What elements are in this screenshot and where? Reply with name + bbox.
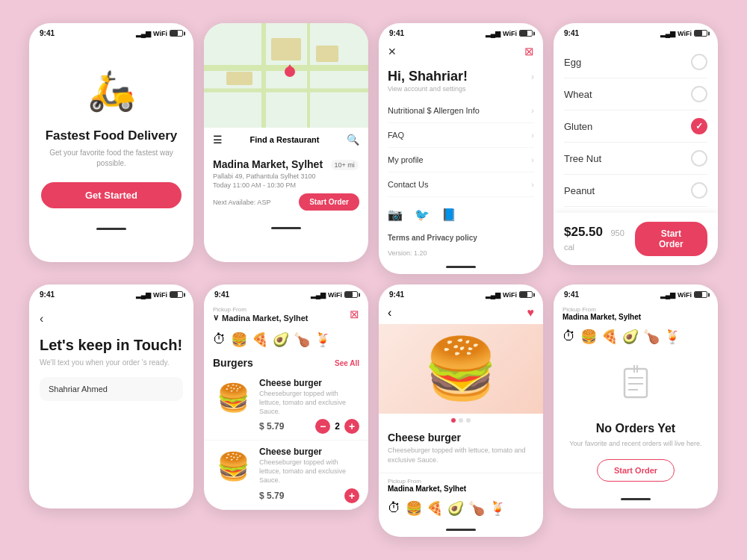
category-bar-detail: ⏱ 🍔 🍕 🥑 🍗 🍹 bbox=[379, 496, 543, 521]
allergen-label-peanut: Peanut bbox=[564, 185, 595, 196]
pickup-location: ∨ Madina Market, Sylhet bbox=[213, 313, 309, 323]
close-button[interactable]: ✕ bbox=[388, 46, 397, 57]
cat-icon-burger[interactable]: 🍔 bbox=[231, 332, 247, 348]
back-arrow-touch[interactable]: ‹ bbox=[40, 312, 183, 326]
search-icon[interactable]: 🔍 bbox=[347, 134, 359, 146]
restaurant-footer: Next Availabe: ASP Start Order bbox=[213, 193, 359, 211]
touch-title: Let's keep in Touch! bbox=[40, 336, 183, 354]
det-cat-chicken[interactable]: 🍗 bbox=[468, 500, 485, 517]
price-bar: $25.50 950 cal Start Order bbox=[554, 213, 718, 265]
det-cat-time[interactable]: ⏱ bbox=[388, 500, 401, 517]
map-area bbox=[204, 23, 368, 128]
map-header: ☰ Find a Restaurant 🔍 bbox=[204, 128, 368, 152]
phone-map: ☰ Find a Restaurant 🔍 Madina Market, Syl… bbox=[204, 23, 368, 262]
det-cat-avocado[interactable]: 🥑 bbox=[447, 500, 464, 517]
account-header: ✕ ⊠ bbox=[379, 40, 543, 63]
hamburger-icon[interactable]: ☰ bbox=[213, 134, 223, 146]
menu-item-faq[interactable]: FAQ › bbox=[388, 123, 534, 148]
det-cat-burger[interactable]: 🍔 bbox=[406, 500, 422, 517]
signal-icon: ▂▄▆ bbox=[136, 30, 151, 37]
det-cat-pizza[interactable]: 🍕 bbox=[427, 500, 443, 517]
welcome-title: Fastest Food Delivery bbox=[46, 128, 178, 143]
phone-food: 9:41 ▂▄▆ WiFi Pickup From ∨ Madina Marke… bbox=[204, 284, 368, 509]
status-bar-welcome: 9:41 ▂▄▆ WiFi bbox=[29, 23, 193, 40]
allergen-radio-wheat[interactable] bbox=[691, 86, 707, 102]
nord-cat-chicken[interactable]: 🍗 bbox=[643, 329, 660, 345]
battery-icon-acc bbox=[519, 30, 533, 37]
terms-link[interactable]: Terms and Privacy policy bbox=[379, 228, 543, 248]
greeting-text: Hi, Shahriar! bbox=[388, 69, 468, 84]
allergen-radio-egg[interactable] bbox=[691, 54, 707, 70]
start-order-button-allergen[interactable]: Start Order bbox=[635, 222, 707, 256]
cat-icon-pizza[interactable]: 🍕 bbox=[252, 332, 268, 348]
detail-info: Cheese burger Cheeseburger topped with l… bbox=[379, 427, 543, 469]
allergen-item-wheat: Wheat bbox=[564, 78, 707, 111]
status-bar-account: 9:41 ▂▄▆ WiFi bbox=[379, 23, 543, 40]
status-bar-detail: 9:41 ▂▄▆ WiFi bbox=[379, 284, 543, 302]
status-bar-allergen: 9:41 ▂▄▆ WiFi bbox=[554, 23, 718, 40]
menu-item-profile[interactable]: My profile › bbox=[388, 148, 534, 172]
qty-plus-2[interactable]: + bbox=[344, 488, 359, 503]
nord-cat-avocado[interactable]: 🥑 bbox=[622, 329, 639, 345]
qty-plus-1[interactable]: + bbox=[344, 419, 359, 434]
time-account: 9:41 bbox=[389, 29, 404, 37]
name-input[interactable] bbox=[40, 377, 183, 401]
food-img-1: 🍔 bbox=[213, 378, 253, 418]
heart-btn-detail[interactable]: ♥ bbox=[527, 306, 535, 320]
nord-cat-time[interactable]: ⏱ bbox=[562, 329, 576, 345]
instagram-icon[interactable]: 📷 bbox=[388, 208, 403, 222]
menu-item-nutritional[interactable]: Nutritional $ Allergen Info › bbox=[388, 99, 534, 123]
menu-item-label-contact: Contact Us bbox=[388, 180, 428, 189]
svg-rect-6 bbox=[226, 72, 252, 85]
allergen-radio-gluten[interactable] bbox=[691, 118, 707, 134]
category-bar-noorder: ⏱ 🍔 🍕 🥑 🍗 🍹 bbox=[554, 324, 718, 349]
filter-icon[interactable]: ⊠ bbox=[524, 45, 534, 58]
menu-arrow-nutritional: › bbox=[531, 106, 534, 115]
battery-icon bbox=[170, 30, 183, 37]
restaurant-name: Madina Market, Sylhet bbox=[213, 158, 323, 170]
restaurant-hours: Today 11:00 AM - 10:30 PM bbox=[213, 181, 359, 189]
twitter-icon[interactable]: 🐦 bbox=[415, 208, 430, 222]
time-touch: 9:41 bbox=[40, 290, 55, 299]
signal-icon-acc: ▂▄▆ bbox=[486, 30, 500, 37]
nord-cat-pizza[interactable]: 🍕 bbox=[601, 329, 618, 345]
allergen-label-wheat: Wheat bbox=[564, 89, 592, 100]
nord-cat-drink[interactable]: 🍹 bbox=[664, 329, 681, 345]
chevron-down-food[interactable]: ∨ bbox=[213, 313, 219, 323]
see-all-burgers[interactable]: See All bbox=[335, 359, 359, 367]
allergen-item-peanut: Peanut bbox=[564, 175, 707, 207]
allergen-radio-treenut[interactable] bbox=[691, 150, 707, 167]
dots-indicator bbox=[379, 414, 543, 427]
cat-icon-time[interactable]: ⏱ bbox=[213, 332, 226, 348]
time-detail: 9:41 bbox=[389, 290, 404, 299]
back-arrow-detail[interactable]: ‹ bbox=[388, 306, 391, 320]
start-order-button-noorder[interactable]: Start Order bbox=[597, 459, 675, 482]
detail-name: Cheese burger bbox=[388, 432, 534, 444]
get-started-button[interactable]: Get Started bbox=[41, 182, 182, 208]
cat-icon-avocado[interactable]: 🥑 bbox=[273, 332, 289, 348]
cat-icon-chicken[interactable]: 🍗 bbox=[294, 332, 310, 348]
pickup-info: Pickup From ∨ Madina Market, Sylhet bbox=[213, 306, 309, 323]
det-cat-drink[interactable]: 🍹 bbox=[489, 500, 506, 517]
menu-arrow-profile: › bbox=[531, 155, 534, 164]
cat-icon-drink[interactable]: 🍹 bbox=[314, 332, 331, 348]
welcome-subtitle: Get your favorite food the fastest way p… bbox=[41, 148, 182, 169]
filter-icon-food[interactable]: ⊠ bbox=[350, 308, 359, 321]
menu-arrow-faq: › bbox=[531, 131, 534, 140]
greeting-sub: View account and settings bbox=[388, 85, 534, 93]
status-icons-welcome: ▂▄▆ WiFi bbox=[136, 30, 183, 37]
phone-noorder: 9:41 ▂▄▆ WiFi Pickup From Madina Market,… bbox=[554, 284, 718, 508]
detail-desc: Cheeseburger topped with lettuce, tomato… bbox=[388, 446, 534, 464]
home-indicator-account bbox=[446, 266, 476, 268]
allergen-radio-peanut[interactable] bbox=[691, 182, 707, 199]
nord-cat-burger[interactable]: 🍔 bbox=[580, 329, 597, 345]
facebook-icon[interactable]: 📘 bbox=[441, 208, 456, 222]
menu-item-contact[interactable]: Contact Us › bbox=[388, 172, 534, 197]
qty-minus-1[interactable]: − bbox=[315, 419, 330, 434]
status-bar-noorder: 9:41 ▂▄▆ WiFi bbox=[554, 284, 718, 302]
food-price-row-2: $ 5.79 + bbox=[259, 488, 359, 503]
start-order-button-map[interactable]: Start Order bbox=[299, 193, 359, 211]
wifi-icon: WiFi bbox=[153, 30, 167, 37]
svg-rect-5 bbox=[271, 38, 301, 60]
price-amount: $25.50 bbox=[564, 225, 603, 239]
